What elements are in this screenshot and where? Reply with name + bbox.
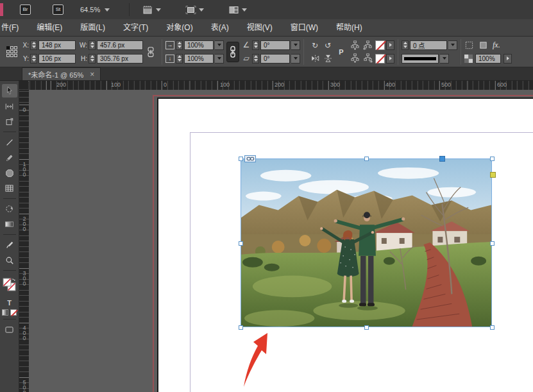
stroke-type-dropdown[interactable] bbox=[440, 54, 449, 64]
arrange-documents-dropdown[interactable] bbox=[226, 4, 250, 16]
menu-item-edit[interactable]: 编辑(E) bbox=[28, 19, 71, 36]
y-position-field[interactable] bbox=[38, 54, 76, 64]
free-transform-tool[interactable] bbox=[2, 202, 17, 216]
ruler-label: 100 bbox=[21, 161, 28, 176]
live-corner-handle[interactable] bbox=[490, 172, 496, 178]
menu-item-help[interactable]: 帮助(H) bbox=[327, 19, 371, 36]
vertical-ruler[interactable]: 0 100 200 300 400 500 bbox=[19, 90, 29, 392]
effects-menu-button[interactable]: fx. bbox=[493, 40, 500, 50]
constrain-dimensions-icon[interactable] bbox=[145, 46, 157, 58]
fill-stroke-swatches[interactable] bbox=[2, 274, 17, 296]
rotate-90-cw-button[interactable]: ↻ bbox=[310, 41, 319, 50]
menu-item-view[interactable]: 视图(V) bbox=[238, 19, 282, 36]
flip-vertical-button[interactable] bbox=[323, 53, 332, 63]
selected-image-frame[interactable] bbox=[241, 158, 492, 327]
menu-item-table[interactable]: 表(A) bbox=[202, 19, 238, 36]
flip-horizontal-button[interactable] bbox=[310, 54, 320, 63]
handle-middle-right[interactable] bbox=[490, 241, 495, 246]
divider bbox=[129, 3, 130, 16]
fill-flyout-button[interactable] bbox=[386, 40, 394, 50]
scale-y-dropdown[interactable] bbox=[215, 54, 224, 64]
stroke-type-swatch[interactable] bbox=[402, 54, 439, 64]
apply-none-button[interactable] bbox=[10, 309, 17, 316]
stroke-weight-field[interactable] bbox=[410, 40, 447, 50]
opacity-flyout-button[interactable] bbox=[503, 54, 512, 64]
line-tool[interactable] bbox=[2, 135, 17, 149]
document-tab[interactable]: *未命名-1 @ 65% × bbox=[22, 67, 101, 80]
handle-top-center[interactable] bbox=[364, 157, 369, 161]
rotation-angle-field[interactable] bbox=[260, 40, 290, 50]
horizontal-ruler[interactable]: 200 100 0 100 200 300 400 500 600 bbox=[29, 81, 533, 90]
screen-mode-button[interactable] bbox=[2, 323, 17, 336]
shear-angle-field[interactable] bbox=[260, 54, 290, 64]
rotation-dropdown[interactable] bbox=[291, 40, 300, 50]
rotation-stepper[interactable] bbox=[252, 40, 259, 50]
y-stepper[interactable] bbox=[30, 54, 37, 64]
stock-button[interactable]: St bbox=[53, 4, 63, 15]
select-container-button[interactable] bbox=[350, 40, 360, 50]
linked-graphic-badge[interactable] bbox=[244, 155, 256, 162]
gap-tool[interactable] bbox=[2, 99, 17, 113]
gradient-swatch-tool[interactable] bbox=[2, 217, 17, 231]
stroke-weight-dropdown[interactable] bbox=[448, 40, 457, 50]
height-field[interactable] bbox=[97, 54, 143, 64]
view-options-dropdown[interactable] bbox=[140, 4, 164, 16]
x-stepper[interactable] bbox=[30, 40, 37, 50]
table-tool[interactable] bbox=[2, 182, 17, 195]
menu-item-file[interactable]: 件(F) bbox=[0, 19, 28, 36]
select-content-button[interactable] bbox=[350, 53, 360, 63]
rotate-90-ccw-button[interactable]: ↺ bbox=[323, 41, 332, 50]
shear-dropdown[interactable] bbox=[291, 54, 300, 64]
shear-stepper[interactable] bbox=[252, 54, 259, 64]
formatting-affects-text-button[interactable]: T bbox=[2, 298, 17, 307]
stroke-flyout-button[interactable] bbox=[386, 54, 394, 64]
stroke-none-swatch[interactable] bbox=[375, 54, 385, 64]
x-position-field[interactable] bbox=[38, 40, 76, 50]
pasteboard[interactable] bbox=[29, 90, 533, 392]
constrain-scale-link-button[interactable] bbox=[226, 42, 239, 62]
scale-y-stepper[interactable] bbox=[176, 54, 183, 64]
width-field[interactable] bbox=[97, 40, 143, 50]
reference-point-proxy[interactable] bbox=[6, 46, 17, 57]
page-tool[interactable] bbox=[2, 115, 17, 128]
menu-item-object[interactable]: 对象(O) bbox=[157, 19, 201, 36]
select-previous-object-button[interactable] bbox=[363, 40, 373, 50]
polygon-tool[interactable] bbox=[2, 166, 17, 180]
select-next-object-button[interactable] bbox=[363, 53, 373, 63]
scale-x-field[interactable] bbox=[184, 40, 214, 50]
zoom-level-dropdown[interactable]: 64.5% bbox=[80, 6, 110, 13]
handle-bottom-left[interactable] bbox=[239, 325, 243, 330]
eyedropper-tool[interactable] bbox=[2, 238, 17, 251]
zoom-tool[interactable] bbox=[2, 253, 17, 267]
content-grabber-handle[interactable] bbox=[439, 156, 445, 162]
fill-none-swatch[interactable] bbox=[375, 40, 385, 50]
handle-bottom-right[interactable] bbox=[490, 325, 495, 330]
chevron-down-icon bbox=[156, 8, 161, 12]
handle-top-left[interactable] bbox=[239, 157, 243, 161]
corner-options-icon[interactable] bbox=[464, 40, 474, 50]
scale-y-field[interactable] bbox=[184, 54, 214, 64]
bridge-button[interactable]: Br bbox=[20, 4, 31, 15]
handle-top-right[interactable] bbox=[490, 157, 495, 161]
divider bbox=[398, 39, 398, 65]
menu-item-layout[interactable]: 版面(L) bbox=[71, 19, 114, 36]
placed-photo[interactable] bbox=[241, 159, 491, 327]
height-stepper[interactable] bbox=[89, 54, 96, 64]
ruler-origin-box[interactable] bbox=[19, 81, 29, 90]
screen-mode-dropdown[interactable] bbox=[183, 4, 207, 16]
apply-gradient-button[interactable] bbox=[2, 309, 8, 316]
opacity-field[interactable] bbox=[475, 54, 501, 64]
scale-x-stepper[interactable] bbox=[176, 40, 183, 50]
handle-middle-left[interactable] bbox=[239, 241, 243, 246]
menu-item-type[interactable]: 文字(T) bbox=[114, 19, 157, 36]
pencil-tool[interactable] bbox=[2, 151, 17, 164]
stroke-weight-stepper[interactable] bbox=[402, 40, 409, 50]
width-stepper[interactable] bbox=[89, 40, 96, 50]
ruler-label: 400 bbox=[385, 81, 395, 88]
corner-shape-icon[interactable] bbox=[478, 40, 488, 50]
scale-x-dropdown[interactable] bbox=[215, 40, 224, 50]
selection-tool[interactable] bbox=[2, 84, 17, 98]
menu-item-window[interactable]: 窗口(W) bbox=[282, 19, 327, 36]
handle-bottom-center[interactable] bbox=[364, 325, 369, 330]
close-icon[interactable]: × bbox=[90, 71, 94, 78]
